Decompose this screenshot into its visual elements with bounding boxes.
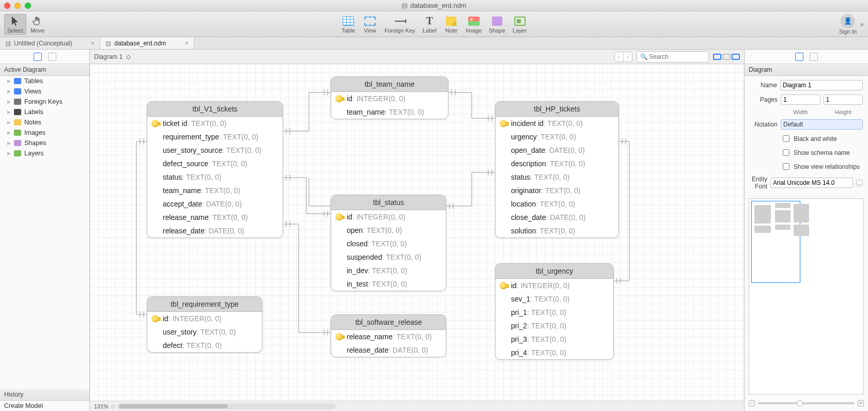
close-tab-icon[interactable]: × [91, 39, 95, 47]
tool-foreign-key[interactable]: Foreign Key [381, 14, 418, 35]
tool-select[interactable]: Select [4, 14, 26, 35]
table-icon [342, 15, 354, 27]
user-avatar-icon[interactable]: 👤 [841, 14, 855, 28]
layer-icon [514, 15, 526, 27]
document-tabs: ▤Untitled (Conceptual)×▤database_erd.ndm… [0, 37, 868, 50]
view-icon [364, 15, 376, 27]
window-title: database_erd.ndm [410, 2, 466, 9]
window-titlebar: ▤ database_erd.ndm [0, 0, 868, 11]
label-icon: T [423, 15, 436, 27]
doc-tab[interactable]: ▤Untitled (Conceptual)× [0, 37, 100, 49]
hand-icon [32, 15, 44, 27]
doc-tab[interactable]: ▤database_erd.ndm× [100, 37, 194, 49]
note-icon [445, 15, 457, 27]
tool-view[interactable]: View [360, 14, 380, 35]
tool-note[interactable]: Note [441, 14, 461, 35]
tool-label[interactable]: TLabel [419, 14, 440, 35]
signin-label[interactable]: Sign In [839, 28, 857, 35]
tool-move[interactable]: Move [27, 14, 48, 35]
document-icon: ▤ [401, 2, 408, 9]
tool-layer[interactable]: Layer [509, 14, 530, 35]
fk-icon [394, 15, 406, 27]
toolbar-overflow-icon[interactable]: » [860, 20, 864, 28]
tool-table[interactable]: Table [338, 14, 359, 35]
tool-shape[interactable]: Shape [486, 14, 508, 35]
image-icon [468, 15, 480, 27]
tool-image[interactable]: Image [462, 14, 485, 35]
main-toolbar: SelectMove TableViewForeign KeyTLabelNot… [0, 11, 868, 37]
cursor-icon [9, 15, 21, 27]
shape-icon [491, 15, 503, 27]
svg-marker-1 [405, 19, 406, 23]
close-tab-icon[interactable]: × [184, 39, 189, 47]
